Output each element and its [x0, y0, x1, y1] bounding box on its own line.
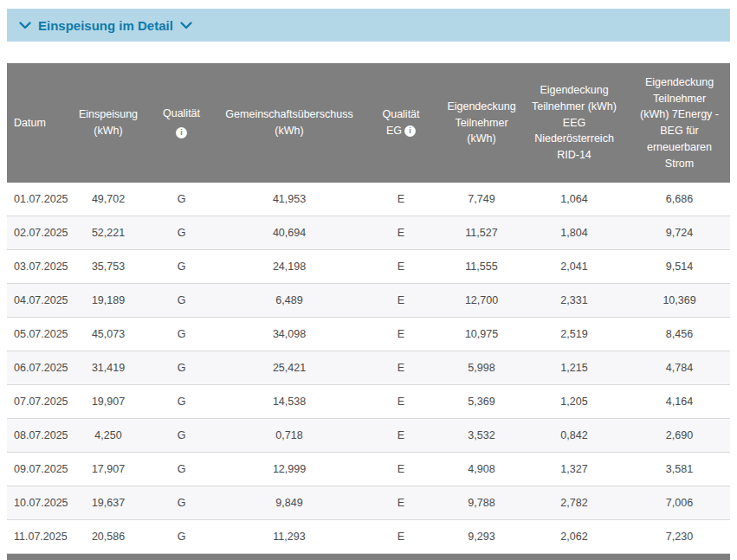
page-root: Einspeisung im Detail Datum Einspeisung … — [0, 0, 737, 560]
cell-datum: 04.07.2025 — [7, 284, 74, 318]
cell-value: 9,724 — [629, 216, 730, 250]
cell-value: 1,205 — [520, 385, 629, 419]
next-section-table-header-partial — [7, 554, 730, 560]
cell-value: E — [359, 216, 443, 250]
cell-value: G — [143, 318, 220, 351]
cell-value: 41,953 — [220, 183, 359, 216]
cell-value: G — [143, 385, 220, 419]
cell-value: G — [143, 250, 220, 284]
table-row: 02.07.202552,221G40,694E11,5271,8049,724 — [7, 216, 730, 250]
cell-value: 5,998 — [443, 351, 520, 385]
cell-value: E — [359, 284, 443, 318]
cell-value: E — [359, 183, 443, 216]
table-row: 11.07.202520,586G11,293E9,2932,0627,230 — [7, 520, 730, 554]
table-row: 01.07.202549,702G41,953E7,7491,0646,686 — [7, 183, 730, 216]
table-row: 03.07.202535,753G24,198E11,5552,0419,514 — [7, 250, 730, 284]
cell-value: 1,327 — [520, 453, 629, 486]
table-body: 01.07.202549,702G41,953E7,7491,0646,6860… — [7, 183, 730, 554]
cell-value: G — [143, 284, 220, 318]
cell-value: E — [359, 486, 443, 520]
cell-value: 6,686 — [629, 183, 730, 216]
cell-value: E — [359, 250, 443, 284]
cell-value: 19,907 — [74, 385, 143, 419]
cell-value: 3,581 — [629, 453, 730, 486]
table-row: 09.07.202517,907G12,999E4,9081,3273,581 — [7, 453, 730, 486]
col-header-qualitaet-eg: Qualität EGi — [359, 63, 443, 183]
chevron-down-icon — [180, 22, 192, 29]
cell-value: 11,527 — [443, 216, 520, 250]
cell-value: 2,690 — [629, 419, 730, 453]
cell-value: 7,749 — [443, 183, 520, 216]
cell-value: 0,842 — [520, 419, 629, 453]
info-icon[interactable]: i — [404, 126, 416, 137]
table-row: 06.07.202531,419G25,421E5,9981,2154,784 — [7, 351, 730, 385]
cell-value: 4,250 — [74, 419, 143, 453]
col-header-datum: Datum — [7, 63, 74, 183]
cell-value: 5,369 — [443, 385, 520, 419]
cell-datum: 03.07.2025 — [7, 250, 74, 284]
col-header-eigendeckung-teilnehmer: Eigendeckung Teilnehmer (kWh) — [443, 63, 520, 183]
cell-value: 12,700 — [443, 284, 520, 318]
cell-value: 19,637 — [74, 486, 143, 520]
cell-datum: 10.07.2025 — [7, 486, 74, 520]
cell-datum: 06.07.2025 — [7, 351, 74, 385]
cell-value: G — [143, 351, 220, 385]
cell-value: G — [143, 520, 220, 554]
cell-datum: 02.07.2025 — [7, 216, 74, 250]
cell-value: 10,369 — [629, 284, 730, 318]
cell-value: 2,519 — [520, 318, 629, 351]
cell-value: 35,753 — [74, 250, 143, 284]
cell-value: E — [359, 318, 443, 351]
cell-datum: 09.07.2025 — [7, 453, 74, 486]
section-header-einspeisung[interactable]: Einspeisung im Detail — [7, 9, 730, 42]
cell-value: E — [359, 453, 443, 486]
info-icon[interactable]: i — [176, 127, 187, 138]
cell-value: 11,555 — [443, 250, 520, 284]
table-row: 07.07.202519,907G14,538E5,3691,2054,164 — [7, 385, 730, 419]
cell-value: G — [143, 453, 220, 486]
col-header-gemeinschaftsueberschuss: Gemeinschaftsüberschuss (kWh) — [220, 63, 359, 183]
cell-value: 3,532 — [443, 419, 520, 453]
cell-value: 2,331 — [520, 284, 629, 318]
col-header-eigendeckung-eeg-niederoesterreich: Eigendeckung Teilnehmer (kWh) EEG Nieder… — [520, 63, 629, 183]
cell-value: G — [143, 183, 220, 216]
cell-value: 24,198 — [220, 250, 359, 284]
table-row: 10.07.202519,637G9,849E9,7882,7827,006 — [7, 486, 730, 520]
cell-value: G — [143, 486, 220, 520]
cell-datum: 07.07.2025 — [7, 385, 74, 419]
cell-value: 2,041 — [520, 250, 629, 284]
cell-value: E — [359, 419, 443, 453]
cell-value: 7,006 — [629, 486, 730, 520]
cell-value: 45,073 — [74, 318, 143, 351]
cell-value: 9,788 — [443, 486, 520, 520]
cell-value: 4,908 — [443, 453, 520, 486]
cell-value: E — [359, 351, 443, 385]
cell-value: 49,702 — [74, 183, 143, 216]
cell-datum: 11.07.2025 — [7, 520, 74, 554]
cell-value: 9,514 — [629, 250, 730, 284]
col-header-einspeisung: Einspeisung (kWh) — [74, 63, 143, 183]
cell-value: E — [359, 520, 443, 554]
table-header-row: Datum Einspeisung (kWh) Qualität i Gemei… — [7, 63, 730, 183]
cell-value: 1,064 — [520, 183, 629, 216]
einspeisung-table: Datum Einspeisung (kWh) Qualität i Gemei… — [7, 63, 730, 554]
cell-value: G — [143, 216, 220, 250]
cell-value: 7,230 — [629, 520, 730, 554]
cell-value: 0,718 — [220, 419, 359, 453]
cell-value: 19,189 — [74, 284, 143, 318]
cell-value: 52,221 — [74, 216, 143, 250]
cell-value: 34,098 — [220, 318, 359, 351]
cell-value: 1,215 — [520, 351, 629, 385]
cell-value: 12,999 — [220, 453, 359, 486]
cell-datum: 08.07.2025 — [7, 419, 74, 453]
cell-value: 20,586 — [74, 520, 143, 554]
col-header-qualitaet: Qualität i — [143, 63, 220, 183]
cell-value: 2,062 — [520, 520, 629, 554]
cell-value: 4,164 — [629, 385, 730, 419]
table-row: 04.07.202519,189G6,489E12,7002,33110,369 — [7, 284, 730, 318]
section-title: Einspeisung im Detail — [38, 18, 173, 33]
cell-value: 10,975 — [443, 318, 520, 351]
col-header-eigendeckung-7energy-beg: Eigendeckung Teilnehmer (kWh) 7Energy - … — [629, 63, 730, 183]
cell-value: 25,421 — [220, 351, 359, 385]
cell-value: 8,456 — [629, 318, 730, 351]
